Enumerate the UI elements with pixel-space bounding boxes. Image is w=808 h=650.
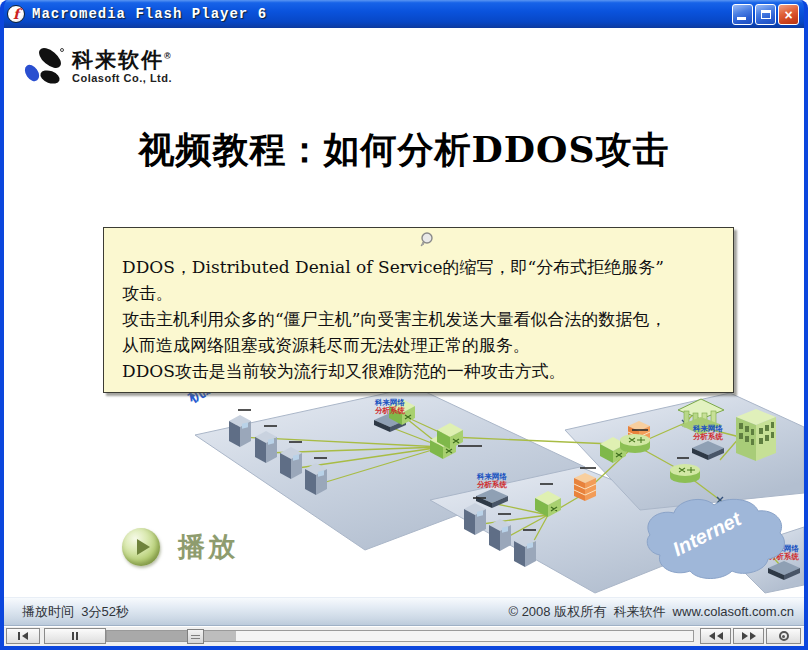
fast-forward-button[interactable] [733,628,764,644]
logo-company-en: Colasoft Co., Ltd. [72,72,173,84]
registered-trademark: ® [164,51,173,61]
building-office [736,409,776,461]
playback-control-bar [4,627,804,646]
status-bar: 播放时间 3分52秒 © 2008 版权所有 科来软件 www.colasoft… [4,597,804,626]
play-button-label: 播放 [178,529,238,565]
minimize-button[interactable] [732,4,753,25]
colasoft-logo: 科来软件® Colasoft Co., Ltd. [20,46,173,88]
info-line: DDOS，Distributed Denial of Service的缩写，即“… [122,254,719,280]
network-diagram: 机房 [180,375,804,595]
rewind-icon [709,632,715,640]
pause-icon [72,632,74,640]
info-line: 攻击主机利用众多的“僵尸主机”向受害主机发送大量看似合法的数据包， [122,306,719,332]
flash-player-icon: f [7,5,25,23]
magnifier-icon [417,231,435,251]
server-tower [464,503,486,535]
skip-to-start-button[interactable] [6,628,40,644]
colasoft-logo-mark [20,46,66,88]
router-device [620,434,650,453]
analyzer-label-line2: 分析系统 [692,432,724,441]
rewind-button[interactable] [700,628,731,644]
server-tower [255,431,277,463]
server-tower [489,519,511,551]
analyzer-label-line2: 分析系统 [476,480,508,489]
logo-company-cn: 科来软件® [72,46,173,74]
info-line: 从而造成网络阻塞或资源耗尽而无法处理正常的服务。 [122,332,719,358]
record-icon [779,631,789,641]
flash-player-window: f Macromedia Flash Player 6 × 科来软件® Cola… [0,0,808,650]
window-controls: × [732,4,799,25]
title-bar[interactable]: f Macromedia Flash Player 6 × [0,0,808,28]
play-time-text: 播放时间 3分52秒 [22,603,129,621]
play-triangle-icon [137,539,150,555]
firewall-device [574,473,596,501]
maximize-button[interactable] [755,4,776,25]
page-title: 视频教程：如何分析DDOS攻击 [4,126,804,175]
server-tower [305,463,327,495]
play-button[interactable]: 播放 [122,528,238,566]
router-device [670,464,700,483]
flash-stage: 科来软件® Colasoft Co., Ltd. 视频教程：如何分析DDOS攻击 [4,28,804,646]
window-title: Macromedia Flash Player 6 [32,6,267,22]
close-button[interactable]: × [778,4,799,25]
record-button[interactable] [766,628,801,644]
play-sphere-icon[interactable] [122,528,160,566]
server-tower [280,447,302,479]
ddos-info-box: DDOS，Distributed Denial of Service的缩写，即“… [103,227,734,393]
seek-slider-handle[interactable] [187,629,204,644]
server-tower [514,535,536,567]
analyzer-label-line2: 分析系统 [374,406,406,415]
fast-forward-icon [742,632,748,640]
info-line: 攻击。 [122,280,719,306]
copyright-text: © 2008 版权所有 科来软件 www.colasoft.com.cn [508,603,794,621]
server-tower [229,415,251,447]
seek-slider[interactable] [106,630,694,642]
info-line: DDOS攻击是当前较为流行却又很难防范的一种攻击方式。 [122,358,719,384]
pause-button[interactable] [44,628,106,644]
minimize-icon [737,17,746,20]
skip-to-start-icon [18,632,20,640]
maximize-icon [761,10,771,19]
close-icon: × [784,8,792,22]
seek-progress-fill [107,631,195,641]
